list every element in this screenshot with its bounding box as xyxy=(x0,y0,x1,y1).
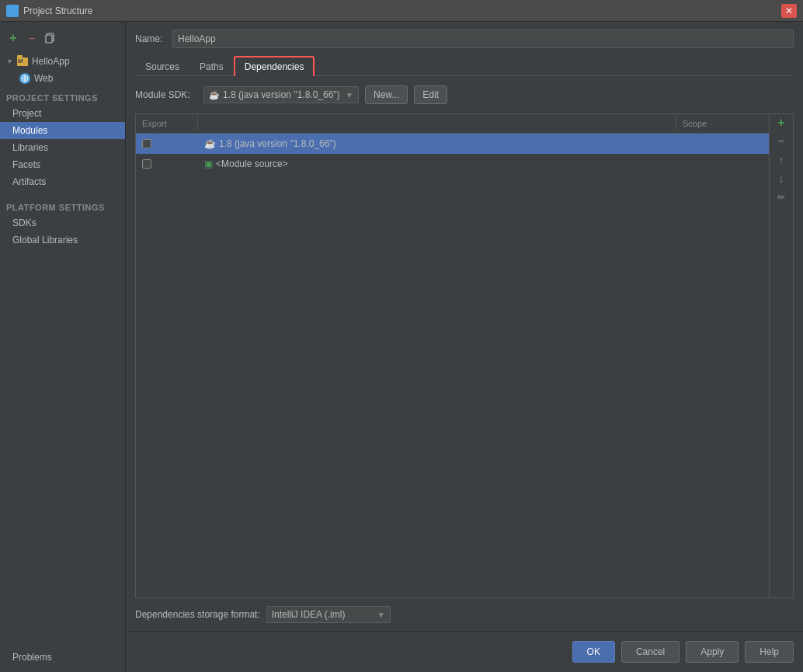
sdk-dropdown-arrow-icon: ▼ xyxy=(346,91,353,99)
cancel-button[interactable]: Cancel xyxy=(621,641,680,663)
col-name xyxy=(198,117,676,130)
edit-sdk-button[interactable]: Edit xyxy=(414,85,447,104)
sdk-dropdown[interactable]: ☕ 1.8 (java version "1.8.0_66") ▼ xyxy=(203,86,359,103)
tab-sources[interactable]: Sources xyxy=(135,57,189,76)
export-checkbox-source[interactable] xyxy=(142,159,151,169)
deps-export-source xyxy=(136,158,198,170)
deps-section: Export Scope ☕ 1.8 (java version "1.8 xyxy=(135,113,794,598)
sidebar-item-libraries[interactable]: Libraries xyxy=(0,139,125,156)
deps-scope-source xyxy=(676,162,769,165)
remove-module-button[interactable]: − xyxy=(25,31,39,45)
footer: OK Cancel Apply Help xyxy=(126,631,803,672)
tree-helloapp-label: HelloApp xyxy=(32,56,70,67)
ok-button[interactable]: OK xyxy=(572,641,615,663)
export-checkbox-jdk[interactable] xyxy=(142,139,151,148)
col-export: Export xyxy=(136,117,198,130)
help-button[interactable]: Help xyxy=(745,641,794,663)
deps-table-inner: Export Scope ☕ 1.8 (java version "1.8 xyxy=(136,114,769,597)
tree-item-web[interactable]: Web xyxy=(0,70,125,87)
module-tree: ▼ HelloApp Web xyxy=(0,51,125,89)
sdk-label: Module SDK: xyxy=(135,89,197,100)
deps-scope-jdk xyxy=(676,142,769,145)
sdk-icon: ☕ xyxy=(209,90,220,100)
remove-dep-button[interactable]: − xyxy=(773,133,790,150)
platform-settings-header: Platform Settings xyxy=(0,198,125,214)
deps-row-module-source[interactable]: ▣ <Module source> xyxy=(136,154,769,174)
apply-button[interactable]: Apply xyxy=(686,641,739,663)
copy-module-button[interactable] xyxy=(43,31,57,45)
deps-table: Export Scope ☕ 1.8 (java version "1.8 xyxy=(135,113,794,598)
deps-name-source: ▣ <Module source> xyxy=(198,157,676,171)
svg-rect-4 xyxy=(46,35,52,43)
sidebar-toolbar: + − xyxy=(0,28,125,51)
title-bar-title: Project Structure xyxy=(23,5,92,16)
storage-dropdown-arrow-icon: ▼ xyxy=(377,611,385,619)
deps-name-jdk: ☕ 1.8 (java version "1.8.0_66") xyxy=(198,137,676,151)
move-dep-down-button[interactable]: ↓ xyxy=(773,170,790,187)
content-area: Name: Sources Paths Dependencies Module … xyxy=(126,22,803,631)
close-button[interactable]: ✕ xyxy=(781,4,797,18)
move-dep-up-button[interactable]: ↑ xyxy=(773,151,790,169)
storage-dropdown[interactable]: IntelliJ IDEA (.iml) ▼ xyxy=(266,606,391,623)
name-row: Name: xyxy=(135,30,794,48)
sidebar: + − ▼ HelloApp xyxy=(0,22,126,672)
sidebar-item-global-libraries[interactable]: Global Libraries xyxy=(0,232,125,249)
sidebar-item-project[interactable]: Project xyxy=(0,105,125,122)
sidebar-item-artifacts[interactable]: Artifacts xyxy=(0,173,125,190)
deps-export-jdk xyxy=(136,138,198,150)
storage-row: Dependencies storage format: IntelliJ ID… xyxy=(135,598,794,623)
add-module-button[interactable]: + xyxy=(6,31,20,45)
title-bar-left: Project Structure xyxy=(6,5,92,17)
source-icon: ▣ xyxy=(204,158,213,169)
chevron-icon: ▼ xyxy=(6,57,13,65)
tree-web-label: Web xyxy=(34,73,53,84)
web-icon xyxy=(19,72,31,85)
sidebar-item-modules[interactable]: Modules xyxy=(0,122,125,139)
name-input[interactable] xyxy=(172,30,794,48)
deps-table-header: Export Scope xyxy=(136,114,769,134)
title-bar: Project Structure ✕ xyxy=(0,0,803,22)
app-icon xyxy=(6,5,19,17)
sidebar-item-problems[interactable]: Problems xyxy=(0,649,125,666)
right-actions: + − ↑ ↓ ✏ xyxy=(769,114,793,597)
add-dep-button[interactable]: + xyxy=(773,114,790,131)
name-label: Name: xyxy=(135,33,166,44)
edit-dep-button[interactable]: ✏ xyxy=(773,189,790,206)
new-sdk-button[interactable]: New... xyxy=(365,85,408,104)
storage-label: Dependencies storage format: xyxy=(135,609,260,620)
col-scope: Scope xyxy=(676,117,769,130)
module-folder-icon xyxy=(16,55,29,68)
storage-value: IntelliJ IDEA (.iml) xyxy=(272,609,346,620)
deps-row-jdk[interactable]: ☕ 1.8 (java version "1.8.0_66") xyxy=(136,134,769,154)
sidebar-item-facets[interactable]: Facets xyxy=(0,156,125,173)
main-layout: + − ▼ HelloApp xyxy=(0,22,803,672)
tab-dependencies[interactable]: Dependencies xyxy=(234,56,315,76)
sdk-row: Module SDK: ☕ 1.8 (java version "1.8.0_6… xyxy=(135,85,794,104)
tab-paths[interactable]: Paths xyxy=(189,57,234,76)
sdk-value: 1.8 (java version "1.8.0_66") xyxy=(223,89,340,100)
tabs-bar: Sources Paths Dependencies xyxy=(135,56,794,76)
project-settings-header: Project Settings xyxy=(0,89,125,105)
tree-item-helloapp[interactable]: ▼ HelloApp xyxy=(0,53,125,70)
jdk-icon: ☕ xyxy=(204,138,216,149)
sidebar-item-sdks[interactable]: SDKs xyxy=(0,214,125,232)
